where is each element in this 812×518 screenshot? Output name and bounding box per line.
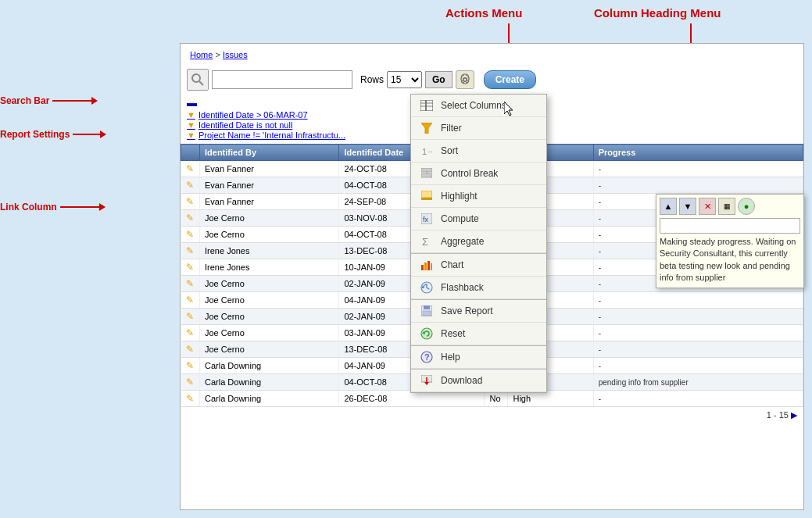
col-sort-asc-button[interactable]: ▲ [660,198,677,215]
menu-item-filter[interactable]: Filter [411,117,546,140]
menu-item-reset[interactable]: Reset [411,323,546,345]
create-button[interactable]: Create [484,70,536,89]
edit-cell[interactable]: ✎ [181,276,200,292]
identified-by-cell: Carla Downing [200,391,339,407]
edit-icon[interactable]: ✎ [186,262,194,273]
edit-icon[interactable]: ✎ [186,393,194,404]
svg-marker-6 [421,123,432,134]
edit-icon[interactable]: ✎ [186,180,194,191]
menu-item-reset-label: Reset [441,328,465,339]
edit-cell[interactable]: ✎ [181,227,200,243]
edit-cell[interactable]: ✎ [181,177,200,194]
identified-by-cell: Joe Cerno [200,276,339,292]
menu-item-aggregate[interactable]: Σ Aggregate [411,230,546,253]
control-break-icon [419,167,435,180]
search-icon [191,73,204,86]
menu-item-flashback[interactable]: Flashback [411,277,546,299]
identified-by-cell: Evan Fanner [200,177,339,194]
svg-text:?: ? [424,352,430,362]
next-page-button[interactable]: ▶ [791,410,797,420]
col-hide-button[interactable]: ✕ [699,198,716,215]
th-identified-by[interactable]: Identified By [200,145,339,161]
edit-icon[interactable]: ✎ [186,245,194,256]
actions-dropdown-menu: Select Columns Filter 1→3 Sort Control B… [410,94,547,393]
menu-item-help[interactable]: ? Help [411,345,546,369]
progress-cell: - [593,341,803,358]
edit-cell[interactable]: ✎ [181,358,200,374]
identified-by-cell: Carla Downing [200,374,339,391]
menu-item-download[interactable]: Download [411,369,546,392]
svg-text:fx: fx [423,216,429,223]
identified-by-cell: Joe Cerno [200,292,339,309]
column-heading-menu-annotation: Column Heading Menu [594,6,721,20]
menu-item-save-report-label: Save Report [441,305,493,316]
column-heading-popup: ▲ ▼ ✕ ▦ ● Making steady progress. Waitin… [656,194,804,288]
edit-icon[interactable]: ✎ [186,360,194,371]
svg-rect-9 [421,173,432,177]
go-button[interactable]: Go [425,71,453,88]
progress-cell: - [593,161,803,177]
identified-by-cell: Irene Jones [200,243,339,259]
edit-cell[interactable]: ✎ [181,391,200,407]
breadcrumb-issues[interactable]: Issues [223,50,248,59]
svg-rect-19 [431,263,432,270]
progress-cell: - [593,292,803,309]
identified-by-cell: Evan Fanner [200,194,339,210]
edit-cell[interactable]: ✎ [181,259,200,276]
svg-rect-23 [424,305,430,309]
edit-cell[interactable]: ✎ [181,161,200,177]
edit-icon[interactable]: ✎ [186,344,194,355]
edit-icon[interactable]: ✎ [186,327,194,338]
help-icon: ? [419,351,435,363]
search-input[interactable] [212,70,352,89]
edit-cell[interactable]: ✎ [181,243,200,259]
edit-cell[interactable]: ✎ [181,194,200,210]
progress-cell: pending info from supplier [593,374,803,391]
breadcrumb-home[interactable]: Home [190,50,213,59]
pagination: 1 - 15 ▶ [181,407,803,423]
menu-item-highlight[interactable]: Highlight [411,185,546,208]
actions-gear-button[interactable] [456,70,474,89]
progress-cell: - [593,309,803,325]
col-format-button[interactable]: ▦ [718,198,735,215]
col-sort-desc-button[interactable]: ▼ [679,198,696,215]
edit-icon[interactable]: ✎ [186,213,194,223]
menu-item-select-columns[interactable]: Select Columns [411,95,546,117]
edit-cell[interactable]: ✎ [181,325,200,341]
identified-by-cell: Joe Cerno [200,227,339,243]
edit-icon[interactable]: ✎ [186,377,194,388]
identified-by-cell: Irene Jones [200,259,339,276]
edit-icon[interactable]: ✎ [186,163,194,174]
edit-icon[interactable]: ✎ [186,311,194,322]
svg-point-0 [192,74,200,82]
rows-select[interactable]: 15 5 10 20 25 50 100 [387,71,422,88]
edit-icon[interactable]: ✎ [186,229,194,240]
edit-cell[interactable]: ✎ [181,292,200,309]
menu-item-sort[interactable]: 1→3 Sort [411,140,546,163]
search-icon-box[interactable] [187,69,209,91]
col-filter-input[interactable] [660,218,800,234]
menu-item-save-report[interactable]: Save Report [411,299,546,323]
identified-by-cell: Evan Fanner [200,161,339,177]
search-bar-annotation: Search Bar [0,95,98,106]
menu-item-compute[interactable]: fx Compute [411,208,546,230]
menu-item-chart[interactable]: Chart [411,253,546,277]
edit-icon[interactable]: ✎ [186,295,194,305]
edit-cell[interactable]: ✎ [181,309,200,325]
edit-cell[interactable]: ✎ [181,374,200,391]
edit-cell[interactable]: ✎ [181,210,200,227]
filter-icon-3: ▼ [187,130,195,140]
th-progress[interactable]: Progress [593,145,803,161]
edit-icon[interactable]: ✎ [186,196,194,207]
edit-icon[interactable]: ✎ [186,278,194,289]
menu-item-sort-label: Sort [441,145,458,156]
edit-cell[interactable]: ✎ [181,341,200,358]
reset-icon [419,327,435,340]
svg-rect-18 [427,261,430,270]
col-ok-button[interactable]: ● [738,198,755,215]
menu-item-highlight-label: Highlight [441,191,478,202]
filter-toggle[interactable]: ▬ [187,97,197,109]
menu-item-control-break[interactable]: Control Break [411,163,546,185]
th-edit[interactable] [181,145,200,161]
svg-text:Σ: Σ [422,236,428,247]
